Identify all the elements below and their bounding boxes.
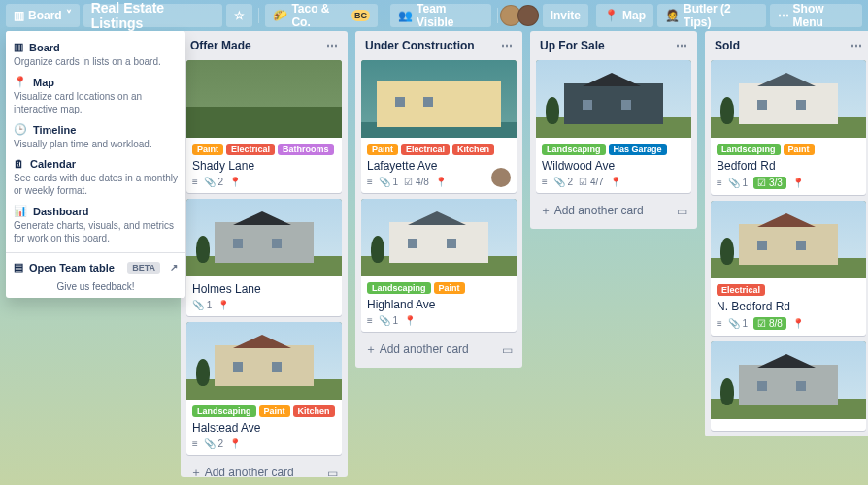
label-electrical[interactable]: Electrical [717, 284, 765, 296]
list-title[interactable]: Under Construction [365, 39, 475, 52]
label-landscaping[interactable]: Landscaping [367, 282, 431, 294]
label-electrical[interactable]: Electrical [401, 144, 450, 155]
attachment-badge: 📎 2 [553, 177, 573, 187]
label-paint[interactable]: Paint [367, 144, 398, 155]
card[interactable]: LandscapingHas GarageWildwood Ave≡📎 2☑ 4… [536, 60, 691, 193]
label-kitchen[interactable]: Kitchen [452, 144, 494, 155]
label-kitchen[interactable]: Kitchen [293, 405, 335, 417]
card-badges: 📎 1📍 [192, 300, 336, 310]
list-title[interactable]: Offer Made [190, 39, 251, 52]
card-cover [361, 60, 517, 138]
card[interactable]: PaintElectricalBathroomsShady Lane≡📎 2📍 [186, 60, 342, 193]
list-menu-button[interactable]: ⋯ [851, 39, 862, 52]
label-landscaping[interactable]: Landscaping [717, 144, 781, 155]
view-menu-icon: 🕒 [14, 123, 27, 136]
card-labels: PaintElectricalBathrooms [192, 144, 336, 155]
card-badges: ≡📎 1☑ 8/8📍 [717, 317, 860, 330]
card-cover [186, 199, 342, 276]
attachment-badge: 📎 1 [192, 300, 212, 310]
add-card-label: Add another card [365, 341, 469, 358]
show-menu-button[interactable]: ⋯ Show Menu [770, 4, 862, 27]
view-menu-item-desc: Organize cards in lists on a board. [14, 55, 178, 68]
card-badges: ≡📎 2📍 [192, 438, 336, 449]
card-badges: ≡📎 2📍 [192, 177, 336, 187]
card-template-icon[interactable]: ▭ [327, 467, 338, 480]
label-paint[interactable]: Paint [259, 405, 290, 417]
card[interactable] [711, 341, 866, 431]
star-button[interactable]: ☆ [226, 4, 252, 27]
butler-button[interactable]: 🤵 Butler (2 Tips) [657, 4, 766, 27]
view-menu-icon: ▥ [14, 41, 23, 53]
card-title: Halstead Ave [192, 421, 336, 435]
location-icon: 📍 [792, 318, 804, 329]
card[interactable]: LandscapingPaintKitchenHalstead Ave≡📎 2📍 [186, 322, 342, 455]
card-template-icon[interactable]: ▭ [677, 205, 687, 218]
team-bc-tag: BC [351, 10, 370, 21]
list-menu-button[interactable]: ⋯ [676, 39, 687, 52]
add-card-label: Add another card [540, 203, 644, 219]
label-paint[interactable]: Paint [192, 144, 223, 155]
board-title[interactable]: Real Estate Listings [83, 4, 223, 27]
card-title: Wildwood Ave [542, 159, 685, 173]
member-avatars[interactable] [504, 5, 539, 26]
give-feedback-link[interactable]: Give us feedback! [14, 277, 178, 292]
card-template-icon[interactable]: ▭ [502, 343, 513, 357]
divider [497, 8, 498, 23]
label-electrical[interactable]: Electrical [226, 144, 275, 155]
card-labels: LandscapingHas Garage [542, 144, 685, 155]
card-badges: ≡📎 1📍 [367, 315, 511, 326]
view-menu-item-calendar[interactable]: 🗓CalendarSee cards with due dates in a m… [14, 154, 178, 201]
label-landscaping[interactable]: Landscaping [542, 144, 606, 155]
view-menu-item-board[interactable]: ▥BoardOrganize cards in lists on a board… [14, 37, 178, 72]
description-icon: ≡ [542, 177, 548, 187]
view-switcher-button[interactable]: ▥ Board ˅ [6, 4, 80, 27]
card-cover [711, 341, 866, 419]
label-bathrooms[interactable]: Bathrooms [278, 144, 334, 155]
card-cover [361, 199, 517, 276]
add-card-button[interactable]: Add another card▭ [361, 338, 517, 362]
view-menu-icon: 🗓 [14, 158, 24, 170]
description-icon: ≡ [192, 177, 198, 187]
card-title: Holmes Lane [192, 282, 336, 296]
view-menu-item-timeline[interactable]: 🕒TimelineVisually plan time and workload… [14, 119, 178, 154]
add-card-button[interactable]: Add another card▭ [186, 461, 342, 485]
add-card-button[interactable]: Add another card▭ [536, 199, 691, 223]
card-member-avatar[interactable] [491, 168, 511, 187]
add-card-label: Add another card [190, 465, 294, 481]
label-landscaping[interactable]: Landscaping [192, 405, 256, 417]
invite-button[interactable]: Invite [543, 4, 588, 27]
attachment-badge: 📎 1 [728, 178, 748, 188]
description-icon: ≡ [717, 318, 722, 329]
location-icon: 📍 [217, 300, 229, 310]
location-icon: 📍 [229, 438, 241, 449]
list: Sold⋯LandscapingPaintBedford Rd≡📎 1☑ 3/3… [705, 31, 868, 436]
card-badges: ≡📎 2☑ 4/7📍 [542, 177, 685, 187]
label-has-garage[interactable]: Has Garage [609, 144, 667, 155]
card[interactable]: LandscapingPaintHighland Ave≡📎 1📍 [361, 199, 517, 332]
visibility-button[interactable]: 👥 Team Visible [390, 4, 491, 27]
list-menu-button[interactable]: ⋯ [326, 39, 338, 52]
attachment-badge: 📎 1 [379, 177, 398, 187]
list-header: Offer Made⋯ [186, 37, 342, 54]
team-button[interactable]: 🌮 Taco & Co. BC [265, 4, 378, 27]
list-menu-button[interactable]: ⋯ [501, 39, 513, 52]
card[interactable]: PaintElectricalKitchenLafayette Ave≡📎 1☑… [361, 60, 517, 193]
label-paint[interactable]: Paint [784, 144, 815, 155]
list-title[interactable]: Up For Sale [540, 39, 605, 52]
avatar[interactable] [517, 5, 539, 26]
list-title[interactable]: Sold [715, 39, 740, 52]
card[interactable]: ElectricalN. Bedford Rd≡📎 1☑ 8/8📍 [711, 201, 866, 336]
view-menu-icon: 📍 [14, 76, 27, 88]
list: Up For Sale⋯LandscapingHas GarageWildwoo… [530, 31, 697, 229]
checklist-badge-done: ☑ 8/8 [753, 317, 786, 330]
open-team-table[interactable]: ▤Open Team table BETA ↗ [14, 257, 178, 277]
view-menu-item-dashboard[interactable]: 📊DashboardGenerate charts, visuals, and … [14, 201, 178, 248]
view-menu-icon: 📊 [14, 205, 27, 217]
card[interactable]: Holmes Lane📎 1📍 [186, 199, 342, 316]
board-header: ▥ Board ˅ Real Estate Listings ☆ 🌮 Taco … [0, 0, 868, 31]
map-button[interactable]: 📍 Map [596, 4, 653, 27]
label-paint[interactable]: Paint [434, 282, 465, 294]
card[interactable]: LandscapingPaintBedford Rd≡📎 1☑ 3/3📍 [711, 60, 866, 195]
view-menu-item-map[interactable]: 📍MapVisualize card locations on an inter… [14, 72, 178, 119]
description-icon: ≡ [717, 178, 722, 188]
